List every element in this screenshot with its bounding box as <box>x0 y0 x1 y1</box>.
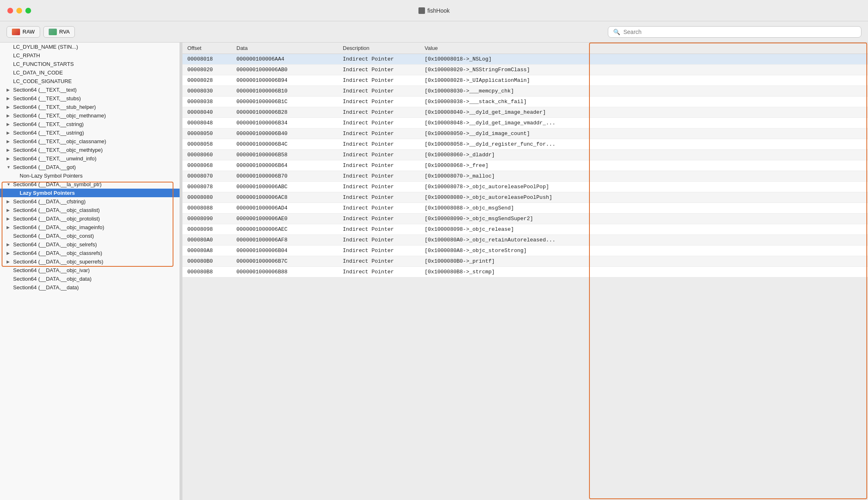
raw-button[interactable]: RAW <box>7 26 40 38</box>
table-row[interactable]: 000080780000001000006ABCIndirect Pointer… <box>182 182 868 192</box>
cell-desc: Indirect Pointer <box>338 118 420 128</box>
table-row[interactable]: 000080400000001000006B28Indirect Pointer… <box>182 107 868 118</box>
cell-offset: 000080A8 <box>182 245 232 256</box>
tree-item-lc_code_signature[interactable]: LC_CODE_SIGNATURE <box>0 77 180 86</box>
cell-offset: 00008090 <box>182 214 232 224</box>
table-row[interactable]: 000080880000001000006AD4Indirect Pointer… <box>182 203 868 214</box>
table-row[interactable]: 000080500000001000006B40Indirect Pointer… <box>182 128 868 139</box>
cell-value: [0x100008058->__dyld_register_func_for..… <box>420 139 868 150</box>
toolbar: RAW RVA 🔍 <box>0 21 868 43</box>
cell-offset: 00008070 <box>182 171 232 182</box>
tree-item-section64_data_data[interactable]: Section64 (__DATA,__data) <box>0 283 180 292</box>
main-content: LC_DYLIB_NAME (STIN...)LC_RPATHLC_FUNCTI… <box>0 43 868 500</box>
tree-item-lc_dylib_name[interactable]: LC_DYLIB_NAME (STIN...) <box>0 43 180 51</box>
table-row[interactable]: 000080680000001000006B64Indirect Pointer… <box>182 160 868 171</box>
cell-data: 0000001000006AC8 <box>232 192 338 203</box>
table-row[interactable]: 00008018000000100006AA4Indirect Pointer[… <box>182 54 868 65</box>
tree-label-lc_function_starts: LC_FUNCTION_STARTS <box>13 61 74 67</box>
cell-offset: 00008028 <box>182 75 232 86</box>
cell-offset: 00008078 <box>182 182 232 192</box>
tree-item-lc_data_in_code[interactable]: LC_DATA_IN_CODE <box>0 68 180 77</box>
tree-item-section64_text_cstring[interactable]: ▶Section64 (__TEXT,__cstring) <box>0 120 180 128</box>
cell-value: [0x100008048->__dyld_get_image_vmaddr_..… <box>420 118 868 128</box>
tree-arrow-section64_data_objc_superrefs: ▶ <box>7 259 12 264</box>
tree-item-section64_text_objc_classname[interactable]: ▶Section64 (__TEXT,__objc_classname) <box>0 137 180 146</box>
tree-item-lazy_symbol_pointers[interactable]: Lazy Symbol Pointers <box>0 189 180 197</box>
cell-desc: Indirect Pointer <box>338 256 420 267</box>
tree-item-section64_data_got[interactable]: ▼Section64 (__DATA,__got) <box>0 163 180 171</box>
tree-item-section64_text_text[interactable]: ▶Section64 (__TEXT,__text) <box>0 86 180 94</box>
table-row[interactable]: 000080800000001000006AC8Indirect Pointer… <box>182 192 868 203</box>
tree-item-non_lazy_symbol_pointers[interactable]: Non-Lazy Symbol Pointers <box>0 171 180 180</box>
raw-icon <box>12 29 20 35</box>
tree-item-section64_data_objc_const[interactable]: Section64 (__DATA,__objc_const) <box>0 232 180 240</box>
table-row[interactable]: 000080980000001000006AECIndirect Pointer… <box>182 224 868 235</box>
tree-item-section64_data_objc_imageinfo[interactable]: ▶Section64 (__DATA,__objc_imageinfo) <box>0 223 180 232</box>
tree-item-section64_text_stubs[interactable]: ▶Section64 (__TEXT,__stubs) <box>0 94 180 103</box>
tree-label-section64_data_objc_selrefs: Section64 (__DATA,__objc_selrefs) <box>13 241 97 248</box>
close-button[interactable] <box>7 8 13 14</box>
left-panel: LC_DYLIB_NAME (STIN...)LC_RPATHLC_FUNCTI… <box>0 43 180 500</box>
header-desc: Description <box>338 43 420 54</box>
cell-value: [0x100008098->_objc_release] <box>420 224 868 235</box>
cell-desc: Indirect Pointer <box>338 150 420 160</box>
tree-item-section64_text_objc_methname[interactable]: ▶Section64 (__TEXT,__objc_methname) <box>0 111 180 120</box>
cell-data: 0000001000006B28 <box>232 107 338 118</box>
tree-item-section64_text_unwind_info[interactable]: ▶Section64 (__TEXT,__unwind_info) <box>0 154 180 163</box>
cell-desc: Indirect Pointer <box>338 54 420 65</box>
tree-item-section64_text_ustring[interactable]: ▶Section64 (__TEXT,__ustring) <box>0 128 180 137</box>
tree-arrow-section64_text_cstring: ▶ <box>7 122 12 126</box>
table-row[interactable]: 000080300000001000006B10Indirect Pointer… <box>182 86 868 97</box>
cell-offset: 00008068 <box>182 160 232 171</box>
cell-offset: 00008040 <box>182 107 232 118</box>
tree-item-section64_data_la_symbol_ptr[interactable]: ▼Section64 (__DATA,__la_symbol_ptr) <box>0 180 180 189</box>
table-row[interactable]: 000080A80000001000006B04Indirect Pointer… <box>182 245 868 256</box>
cell-data: 0000001000006AEC <box>232 224 338 235</box>
tree-item-section64_data_objc_ivar[interactable]: Section64 (__DATA,__objc_ivar) <box>0 266 180 275</box>
tree-item-lc_function_starts[interactable]: LC_FUNCTION_STARTS <box>0 60 180 68</box>
tree-item-section64_data_objc_superrefs[interactable]: ▶Section64 (__DATA,__objc_superrefs) <box>0 257 180 266</box>
minimize-button[interactable] <box>16 8 22 14</box>
tree-item-lc_rpath[interactable]: LC_RPATH <box>0 51 180 60</box>
cell-value: [0x100008068->_free] <box>420 160 868 171</box>
tree-item-section64_data_cfstring[interactable]: ▶Section64 (__DATA,__cfstring) <box>0 197 180 206</box>
tree-arrow-section64_data_objc_protolist: ▶ <box>7 216 12 221</box>
table-row[interactable]: 000080380000001000006B1CIndirect Pointer… <box>182 97 868 107</box>
tree-label-section64_text_objc_classname: Section64 (__TEXT,__objc_classname) <box>13 138 106 144</box>
cell-offset: 00008098 <box>182 224 232 235</box>
maximize-button[interactable] <box>25 8 31 14</box>
table-row[interactable]: 000080700000001000006B70Indirect Pointer… <box>182 171 868 182</box>
cell-desc: Indirect Pointer <box>338 224 420 235</box>
tree-item-section64_data_objc_selrefs[interactable]: ▶Section64 (__DATA,__objc_selrefs) <box>0 240 180 249</box>
table-row[interactable]: 000080A00000001000006AF8Indirect Pointer… <box>182 235 868 245</box>
search-container: 🔍 <box>608 26 861 38</box>
rva-label: RVA <box>59 29 70 35</box>
table-row[interactable]: 000080200000001000006AB0Indirect Pointer… <box>182 65 868 75</box>
header-value: Value <box>420 43 868 54</box>
search-input[interactable] <box>623 29 856 35</box>
tree-item-section64_data_objc_classlist[interactable]: ▶Section64 (__DATA,__objc_classlist) <box>0 206 180 214</box>
cell-data: 0000001000006B88 <box>232 267 338 277</box>
cell-value: [0x1000080B0->_printf] <box>420 256 868 267</box>
tree-item-section64_data_objc_protolist[interactable]: ▶Section64 (__DATA,__objc_protolist) <box>0 214 180 223</box>
tree-item-section64_text_objc_methtype[interactable]: ▶Section64 (__TEXT,__objc_methtype) <box>0 146 180 154</box>
tree-arrow-section64_text_text: ▶ <box>7 88 12 92</box>
data-table: Offset Data Description Value 0000801800… <box>182 43 868 500</box>
tree-item-section64_data_objc_data[interactable]: Section64 (__DATA,__objc_data) <box>0 275 180 283</box>
tree-item-section64_data_objc_classrefs[interactable]: ▶Section64 (__DATA,__objc_classrefs) <box>0 249 180 257</box>
tree-label-lc_rpath: LC_RPATH <box>13 52 40 59</box>
tree-arrow-section64_data_objc_imageinfo: ▶ <box>7 225 12 230</box>
rva-icon <box>49 29 57 35</box>
tree-label-section64_data_objc_protolist: Section64 (__DATA,__objc_protolist) <box>13 216 100 222</box>
table-row[interactable]: 000080580000001000006B4CIndirect Pointer… <box>182 139 868 150</box>
table-row[interactable]: 000080600000001000006B58Indirect Pointer… <box>182 150 868 160</box>
rva-button[interactable]: RVA <box>43 26 75 38</box>
table-row[interactable]: 000080480000001000006B34Indirect Pointer… <box>182 118 868 128</box>
cell-offset: 00008080 <box>182 192 232 203</box>
table-row[interactable]: 000080B00000001000006B7CIndirect Pointer… <box>182 256 868 267</box>
tree-item-section64_text_stub_helper[interactable]: ▶Section64 (__TEXT,__stub_helper) <box>0 103 180 111</box>
tree-label-lazy_symbol_pointers: Lazy Symbol Pointers <box>20 190 75 196</box>
table-row[interactable]: 000080280000001000006B94Indirect Pointer… <box>182 75 868 86</box>
table-row[interactable]: 000080B80000001000006B88Indirect Pointer… <box>182 267 868 277</box>
table-row[interactable]: 000080900000001000006AE0Indirect Pointer… <box>182 214 868 224</box>
